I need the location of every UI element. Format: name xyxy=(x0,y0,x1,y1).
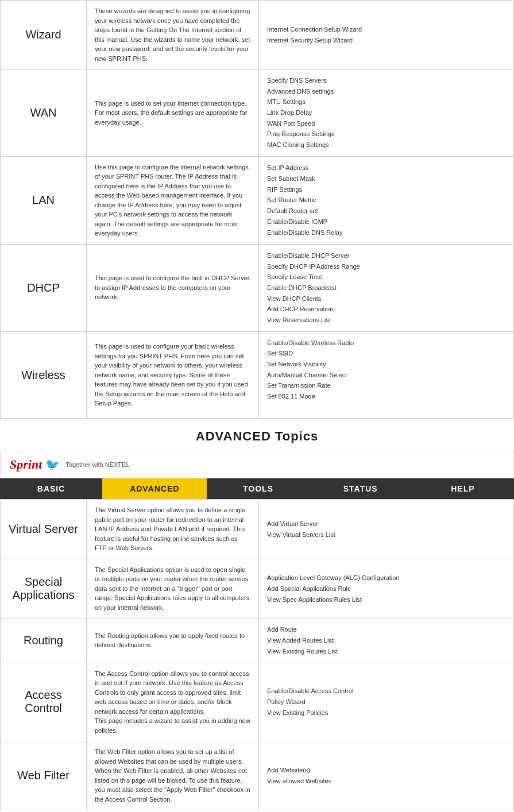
section-links: Enable/Disable Wireless RadioSet SSIDSet… xyxy=(259,331,514,419)
adv-section-label: Virtual Server xyxy=(1,500,87,559)
nav-item-advanced[interactable]: ADVANCED xyxy=(102,478,207,499)
section-label: LAN xyxy=(1,156,87,244)
table-row: Virtual ServerThe Virtual Server option … xyxy=(1,500,514,559)
section-description: This page is used to set your Internet c… xyxy=(87,69,259,157)
table-row: LANUse this page to configure the intern… xyxy=(1,156,514,244)
sprint-tagline: Together with NEXTEL xyxy=(65,461,129,468)
adv-section-description: The Access Control option allows you to … xyxy=(87,663,259,741)
section-description: This page is used to configure your basi… xyxy=(87,331,259,419)
sprint-bird-icon: 🐦 xyxy=(45,458,60,471)
adv-section-description: The Routing option allows you to apply f… xyxy=(87,618,259,663)
adv-section-description: The Virtual Server option allows you to … xyxy=(87,500,259,559)
table-row: Web FilterThe Web Filter option allows y… xyxy=(1,741,514,810)
section-links: Internet Connection Setup WizardInternet… xyxy=(259,1,514,69)
section-label: Wizard xyxy=(1,1,87,69)
adv-section-links: Application Level Gateway (ALG) Configur… xyxy=(259,559,514,618)
section-label: WAN xyxy=(1,69,87,157)
adv-section-description: The Special Applications option is used … xyxy=(87,559,259,618)
table-row: WANThis page is used to set your Interne… xyxy=(1,69,514,157)
adv-section-links: Enable/Disable Access ControlPolicy Wiza… xyxy=(259,663,514,741)
section-links: Enable/Disable DHCP ServerSpecify DHCP I… xyxy=(259,244,514,331)
section-label: Wireless xyxy=(1,331,87,419)
basic-topics-table: WizardThese wizards are designed to assi… xyxy=(0,0,514,419)
table-row: RoutingThe Routing option allows you to … xyxy=(1,618,514,663)
advanced-topics-heading: ADVANCED Topics xyxy=(0,419,514,451)
sprint-banner: Sprint 🐦 Together with NEXTEL xyxy=(0,451,514,478)
adv-section-label: Special Applications xyxy=(1,559,87,618)
nav-item-help[interactable]: HELP xyxy=(412,478,514,499)
section-label: DHCP xyxy=(1,244,87,331)
table-row: WizardThese wizards are designed to assi… xyxy=(1,1,514,69)
table-row: Access ControlThe Access Control option … xyxy=(1,663,514,741)
adv-section-label: Routing xyxy=(1,618,87,663)
adv-section-links: Add Website(s)View allowed Websites xyxy=(259,741,514,810)
nav-item-status[interactable]: STATUS xyxy=(310,478,412,499)
adv-section-description: The Web Filter option allows you to set … xyxy=(87,741,259,810)
advanced-topics-table: Virtual ServerThe Virtual Server option … xyxy=(0,499,514,810)
nav-bar: BASICADVANCEDTOOLSSTATUSHELP xyxy=(0,478,514,499)
adv-section-label: Web Filter xyxy=(1,741,87,810)
section-links: Set IP AddressSet Subnet MaskRIP Setting… xyxy=(259,156,514,244)
adv-section-links: Add RouteView Added Routes ListView Exis… xyxy=(259,618,514,663)
sprint-logo: Sprint xyxy=(10,457,42,472)
table-row: WirelessThis page is used to configure y… xyxy=(1,331,514,419)
section-description: Use this page to configure the internal … xyxy=(87,156,259,244)
section-description: These wizards are designed to assist you… xyxy=(87,1,259,69)
table-row: Special ApplicationsThe Special Applicat… xyxy=(1,559,514,618)
adv-section-label: Access Control xyxy=(1,663,87,741)
section-description: This page is used to configure the built… xyxy=(87,244,259,331)
nav-item-tools[interactable]: TOOLS xyxy=(207,478,309,499)
section-links: Specify DNS ServersAdvanced DNS settings… xyxy=(259,69,514,157)
nav-item-basic[interactable]: BASIC xyxy=(0,478,102,499)
table-row: DHCPThis page is used to configure the b… xyxy=(1,244,514,331)
adv-section-links: Add Virtual ServerView Virtual Servers L… xyxy=(259,500,514,559)
